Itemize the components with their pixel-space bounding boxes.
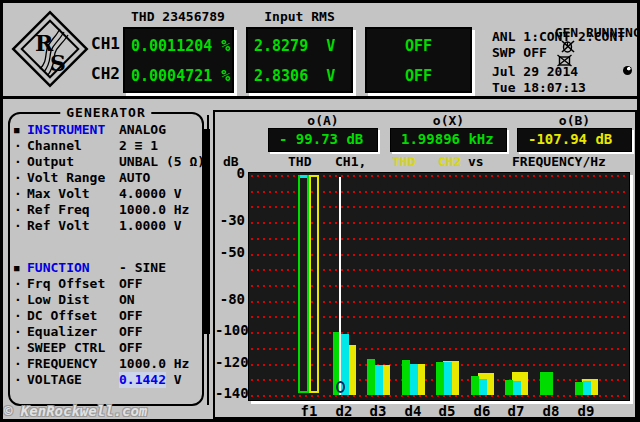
readout-x-label: o(X) (390, 113, 507, 128)
legend-thd-ch2-b: CH2 (438, 154, 461, 169)
generator-item-value: 1000.0 Hz (119, 356, 189, 372)
generator-item-instrument[interactable]: ■INSTRUMENTANALOG (14, 122, 200, 138)
aux-ch2-value: OFF (367, 61, 470, 91)
generator-panel-title: GENERATOR (60, 105, 151, 120)
dot-bullet-icon: · (14, 276, 27, 292)
generator-item-value: OFF (119, 324, 142, 340)
generator-item-value: ON (119, 292, 135, 308)
dot-bullet-icon: · (14, 154, 27, 170)
y-tick-0: 0 (215, 166, 245, 181)
anl-status: ANL 1:CONT 2:CONT (492, 30, 625, 44)
bar-f1-ch1-outline (298, 175, 309, 393)
generator-item-low-dist[interactable]: ·Low DistON (14, 292, 200, 308)
generator-item-value: UNBAL (5 Ω) (119, 154, 205, 170)
generator-item-function[interactable]: ■FUNCTION- SINE (14, 260, 200, 276)
generator-item-label: Channel (27, 138, 119, 154)
generator-item-label: SWEEP CTRL (27, 340, 119, 356)
bar-d3-ch1-fill (375, 365, 383, 395)
x-tick-f1: f1 (292, 403, 326, 419)
y-tick--50: -50 (215, 245, 245, 260)
bar-f1-ch2-outline (309, 175, 319, 393)
generator-item-label: FREQUENCY (27, 356, 119, 372)
generator-item-value: 1000.0 Hz (119, 202, 189, 218)
readout-b-value: -107.94 dB (518, 129, 631, 150)
y-tick--30: -30 (215, 213, 245, 228)
x-axis-label: FREQUENCY/Hz (512, 154, 606, 169)
generator-item-label: Max Volt (27, 186, 119, 202)
svg-text:S: S (50, 50, 66, 76)
x-tick-d3: d3 (361, 403, 395, 419)
watermark: © KenRockwell.com (4, 403, 147, 419)
rms-ch1-value: 2.8279 V (248, 31, 351, 61)
bar-d4-ch1 (402, 360, 410, 395)
generator-item-value: 2 ≡ 1 (119, 138, 158, 154)
x-tick-d4: d4 (396, 403, 430, 419)
swp-status: SWP OFF (492, 46, 547, 60)
generator-item-label: FUNCTION (27, 260, 119, 276)
generator-item-value: OFF (119, 308, 142, 324)
thd-panel-title: THD 23456789 (123, 9, 233, 24)
readout-a-value: - 99.73 dB (269, 129, 377, 150)
dot-bullet-icon: · (14, 292, 27, 308)
generator-item-unit: V (166, 372, 182, 388)
rohde-schwarz-logo: R S (7, 5, 93, 93)
x-tick-d5: d5 (430, 403, 464, 419)
bar-d7-ch1-fill (513, 381, 521, 395)
generator-item-label: Frq Offset (27, 276, 119, 292)
generator-item-value: 1.0000 V (119, 218, 182, 234)
bar-d9-ch1-fill (583, 381, 591, 395)
dot-bullet-icon: · (14, 308, 27, 324)
generator-scrollbar-thumb[interactable] (204, 129, 210, 334)
generator-item-channel[interactable]: ·Channel2 ≡ 1 (14, 138, 200, 154)
generator-item-dc-offset[interactable]: ·DC OffsetOFF (14, 308, 200, 324)
dot-bullet-icon: · (14, 372, 27, 388)
disk-icon (623, 66, 632, 75)
x-tick-d9: d9 (569, 403, 603, 419)
generator-item-label: Output (27, 154, 119, 170)
bar-d9-ch1 (575, 382, 583, 395)
generator-item-ref-volt[interactable]: ·Ref Volt1.0000 V (14, 218, 200, 234)
dot-bullet-icon: · (14, 218, 27, 234)
generator-item-frq-offset[interactable]: ·Frq OffsetOFF (14, 276, 200, 292)
x-tick-d8: d8 (534, 403, 568, 419)
aux-ch1-value: OFF (367, 31, 470, 61)
dot-bullet-icon: · (14, 186, 27, 202)
analyzer-screen: R S THD 23456789 CH1 CH2 0.0011204 % 0.0… (0, 0, 640, 422)
readout-x-display: 1.99896 kHz (390, 128, 507, 152)
dot-bullet-icon: · (14, 340, 27, 356)
generator-item-label: INSTRUMENT (27, 122, 119, 138)
generator-item-label: Equalizer (27, 324, 119, 340)
x-tick-d2: d2 (327, 403, 361, 419)
chart-panel: o(A) o(X) o(B) - 99.73 dB 1.99896 kHz -1… (213, 110, 637, 419)
readout-b-label: o(B) (517, 113, 632, 128)
header: R S THD 23456789 CH1 CH2 0.0011204 % 0.0… (3, 3, 637, 99)
generator-item-sweep-ctrl[interactable]: ·SWEEP CTRLOFF (14, 340, 200, 356)
bar-d6-ch1 (471, 376, 479, 395)
readout-a-label: o(A) (268, 113, 378, 128)
generator-item-label: Ref Volt (27, 218, 119, 234)
chart-cursor-line (339, 177, 341, 395)
bar-d7-ch1 (505, 380, 513, 395)
generator-item-value: 4.0000 V (119, 186, 182, 202)
generator-item-equalizer[interactable]: ·EqualizerOFF (14, 324, 200, 340)
input-rms-display: 2.8279 V 2.8306 V (246, 27, 353, 93)
plot-area (248, 172, 630, 401)
legend-thd-ch1-a: THD (288, 154, 311, 169)
generator-item-value-selected[interactable]: 0.1442 (119, 372, 166, 388)
square-bullet-icon: ■ (14, 260, 27, 276)
bar-d6-ch1-fill (479, 379, 487, 395)
date-display: Jul 29 2014 (492, 65, 578, 79)
generator-item-volt-range[interactable]: ·Volt RangeAUTO (14, 170, 200, 186)
generator-item-value: ANALOG (119, 122, 166, 138)
generator-item-value: OFF (119, 340, 142, 356)
generator-item-output[interactable]: ·OutputUNBAL (5 Ω) (14, 154, 200, 170)
generator-item-value: AUTO (119, 170, 150, 186)
generator-item-frequency[interactable]: ·FREQUENCY1000.0 Hz (14, 356, 200, 372)
y-tick--120: -120 (215, 355, 245, 370)
generator-item-ref-freq[interactable]: ·Ref Freq1000.0 Hz (14, 202, 200, 218)
generator-item-max-volt[interactable]: ·Max Volt4.0000 V (14, 186, 200, 202)
bar-d5-ch1-fill (444, 362, 452, 395)
generator-item-label: Low Dist (27, 292, 119, 308)
gridline-minus-140db (251, 395, 627, 397)
generator-item-voltage[interactable]: ·VOLTAGE0.1442 V (14, 372, 200, 388)
